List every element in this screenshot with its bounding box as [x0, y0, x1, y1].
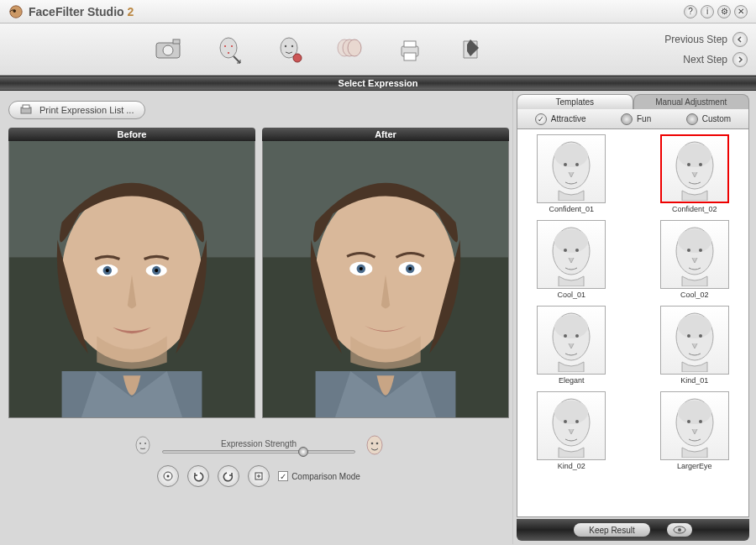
template-Cool_01[interactable]: Cool_01: [522, 220, 621, 299]
category-custom[interactable]: Custom: [686, 113, 731, 125]
strength-slider[interactable]: [162, 450, 355, 453]
info-icon[interactable]: i: [701, 5, 714, 18]
tool-face-points[interactable]: [207, 31, 249, 68]
radio-icon: [621, 113, 633, 125]
svg-point-81: [699, 420, 702, 423]
svg-point-8: [228, 52, 229, 54]
app-title: FaceFilter Studio 2: [29, 5, 134, 18]
category-fun[interactable]: Fun: [621, 113, 651, 125]
svg-point-73: [699, 334, 702, 338]
svg-rect-17: [404, 41, 416, 47]
template-label: Elegant: [559, 376, 585, 385]
close-icon[interactable]: ✕: [734, 5, 748, 18]
template-thumbnail: [660, 306, 729, 375]
tool-export[interactable]: [449, 31, 491, 68]
template-label: Confident_01: [549, 205, 594, 213]
strength-slider-thumb[interactable]: [298, 447, 308, 457]
right-pane: Templates Manual Adjustment AttractiveFu…: [512, 91, 756, 544]
template-thumbnail: [660, 391, 729, 460]
redo-button[interactable]: [218, 465, 239, 487]
svg-point-36: [360, 267, 363, 270]
template-label: Confident_02: [672, 205, 717, 213]
after-header: After: [262, 128, 509, 141]
svg-point-42: [139, 443, 141, 444]
next-step-label: Next Step: [683, 54, 727, 66]
template-Cool_02[interactable]: Cool_02: [646, 220, 744, 299]
svg-point-59: [554, 229, 588, 253]
help-icon[interactable]: ?: [684, 5, 697, 18]
template-Elegant[interactable]: Elegant: [522, 306, 621, 385]
printer-icon: [19, 104, 33, 116]
svg-point-68: [564, 334, 567, 338]
svg-point-57: [699, 163, 702, 166]
before-header: Before: [8, 128, 255, 141]
svg-point-51: [554, 144, 588, 167]
tool-camera[interactable]: [147, 31, 189, 68]
reset-button[interactable]: [157, 465, 179, 487]
svg-point-29: [155, 269, 158, 272]
svg-point-53: [575, 163, 579, 166]
svg-point-61: [575, 249, 579, 252]
section-title: Select Expression: [0, 76, 756, 91]
template-thumbnail: [660, 134, 729, 203]
next-step-button[interactable]: Next Step: [683, 52, 748, 67]
comparison-mode-checkbox[interactable]: ✓ Comparison Mode: [278, 471, 360, 481]
chevron-left-icon: [732, 32, 748, 47]
template-thumbnail: [660, 220, 729, 289]
template-Kind_02[interactable]: Kind_02: [522, 391, 621, 470]
tab-templates[interactable]: Templates: [517, 94, 633, 109]
left-pane: Print Expression List ... Before: [0, 91, 512, 544]
svg-point-56: [687, 163, 690, 166]
main-toolbar: Previous Step Next Step: [0, 24, 756, 76]
svg-point-3: [163, 45, 173, 55]
svg-point-46: [376, 443, 379, 445]
keep-result-button[interactable]: Keep Result: [574, 523, 649, 537]
template-label: Cool_02: [680, 291, 709, 299]
svg-rect-18: [404, 53, 416, 60]
svg-point-60: [564, 249, 567, 252]
after-image: [262, 141, 509, 418]
svg-point-80: [687, 420, 690, 423]
svg-point-48: [167, 475, 170, 478]
template-Confident_02[interactable]: Confident_02: [646, 134, 744, 213]
category-label: Custom: [702, 114, 731, 123]
template-list[interactable]: Confident_01Confident_02Cool_01Cool_02El…: [517, 129, 749, 517]
svg-point-15: [348, 39, 361, 56]
svg-point-71: [678, 315, 711, 338]
svg-point-41: [136, 437, 150, 453]
template-label: Kind_02: [558, 462, 585, 470]
category-label: Fun: [637, 114, 651, 123]
tool-skin-tone[interactable]: [268, 31, 310, 68]
svg-point-39: [408, 267, 412, 270]
strength-max-icon: [364, 435, 386, 457]
undo-button[interactable]: [187, 465, 209, 487]
svg-point-55: [678, 144, 711, 167]
previous-step-label: Previous Step: [664, 34, 727, 45]
print-expression-list-button[interactable]: Print Expression List ...: [8, 101, 145, 119]
category-attractive[interactable]: Attractive: [535, 113, 586, 125]
before-image: [8, 141, 255, 418]
preview-eye-button[interactable]: [667, 523, 692, 537]
svg-point-6: [224, 45, 226, 47]
previous-step-button[interactable]: Previous Step: [664, 32, 748, 47]
svg-point-0: [10, 5, 22, 17]
tool-expression[interactable]: [328, 31, 370, 68]
right-footer: Keep Result: [517, 519, 749, 541]
after-column: After: [262, 128, 509, 418]
svg-point-26: [106, 269, 109, 272]
svg-point-79: [678, 401, 711, 424]
tool-print[interactable]: [389, 31, 431, 68]
tab-manual-adjustment[interactable]: Manual Adjustment: [633, 94, 750, 109]
svg-point-83: [678, 528, 681, 532]
template-thumbnail: [537, 220, 606, 289]
template-thumbnail: [537, 306, 606, 375]
template-Confident_01[interactable]: Confident_01: [522, 134, 621, 213]
template-Kind_01[interactable]: Kind_01: [646, 306, 744, 385]
template-LargerEye[interactable]: LargerEye: [646, 391, 744, 470]
svg-point-63: [678, 229, 711, 253]
svg-rect-4: [173, 39, 180, 44]
settings-icon[interactable]: ⚙: [717, 5, 731, 18]
svg-point-75: [554, 401, 588, 424]
fit-button[interactable]: [248, 465, 270, 487]
svg-point-5: [220, 38, 237, 58]
